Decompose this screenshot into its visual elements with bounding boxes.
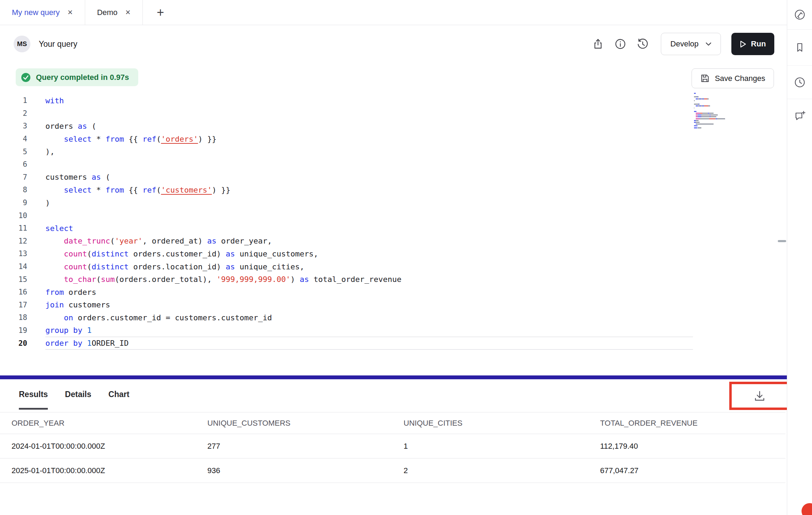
line-number: 8 [0,186,27,194]
code-line[interactable]: 3orders as ( [0,120,693,133]
table-cell[interactable]: 1 [392,442,589,451]
tab-chart[interactable]: Chart [109,379,130,410]
code-lines: 1with23orders as (4 select * from {{ ref… [0,94,693,350]
save-changes-label: Save Changes [715,74,765,83]
column-header: UNIQUE_CITIES [392,419,589,428]
results-tab-bar: Results Details Chart [0,379,787,410]
tab-label: Demo [97,8,118,17]
check-circle-icon [21,73,31,82]
tab-bar: My new query ✕ Demo ✕ + [0,0,787,25]
line-number: 16 [0,288,27,296]
bookmark-button[interactable] [787,30,812,66]
comment-plus-icon [794,110,806,122]
results-table: ORDER_YEAR UNIQUE_CUSTOMERS UNIQUE_CITIE… [0,412,785,483]
bookmark-icon [794,42,806,53]
code-line[interactable]: 6 [0,158,693,171]
line-number: 4 [0,135,27,143]
code-line[interactable]: 11select [0,222,693,235]
page-title: Your query [39,39,77,49]
code-line[interactable]: 19group by 1 [0,324,693,337]
column-header: UNIQUE_CUSTOMERS [196,419,392,428]
right-sidebar [787,0,812,515]
results-panel: Results Details Chart ORDER_YEAR UNIQUE_… [0,379,787,483]
line-number: 17 [0,301,27,309]
code-line[interactable]: 15 to_char(sum(orders.order_total), '999… [0,273,693,286]
table-cell[interactable]: 277 [196,442,392,451]
line-number: 2 [0,109,27,118]
tab-results[interactable]: Results [19,379,48,410]
play-icon [740,40,746,48]
code-line[interactable]: 17join customers [0,299,693,312]
download-results-button[interactable] [749,386,770,406]
new-tab-button[interactable]: + [147,0,174,25]
code-line[interactable]: 12 date_trunc('year', ordered_at) as ord… [0,235,693,248]
main-column: My new query ✕ Demo ✕ + MS Your query [0,0,787,515]
editor-scrollbar-thumb[interactable] [778,240,786,242]
save-icon [700,74,710,83]
column-header: TOTAL_ORDER_REVENUE [589,419,785,428]
column-header: ORDER_YEAR [0,419,196,428]
share-icon [592,38,604,50]
line-number: 10 [0,211,27,220]
code-line[interactable]: 13 count(distinct orders.customer_id) as… [0,247,693,260]
develop-dropdown[interactable]: Develop [661,33,721,55]
info-icon [614,38,626,50]
table-cell[interactable]: 936 [196,466,392,475]
code-line[interactable]: 9) [0,196,693,209]
tab-details[interactable]: Details [65,379,91,410]
editor-minimap[interactable] [694,93,730,129]
line-number: 12 [0,237,27,245]
line-number: 18 [0,313,27,322]
table-cell[interactable]: 112,179.40 [589,442,785,451]
line-number: 7 [0,173,27,181]
recording-dot [802,503,812,515]
table-cell[interactable]: 2025-01-01T00:00:00.000Z [0,466,196,475]
history-icon [794,76,806,88]
develop-label: Develop [670,39,699,48]
tab-my-new-query[interactable]: My new query ✕ [0,0,85,25]
table-cell[interactable]: 2024-01-01T00:00:00.000Z [0,442,196,451]
code-line[interactable]: 5), [0,145,693,158]
code-line[interactable]: 14 count(distinct orders.location_id) as… [0,260,693,273]
comment-button[interactable] [787,99,812,133]
sql-editor: Query completed in 0.97s Save Changes 1w… [0,63,787,375]
code-line[interactable]: 10 [0,209,693,222]
run-label: Run [751,39,766,48]
app-root: My new query ✕ Demo ✕ + MS Your query [0,0,812,515]
code-line[interactable]: 4 select * from {{ ref('orders') }} [0,133,693,145]
explore-button[interactable] [787,0,812,30]
line-number: 3 [0,122,27,130]
table-row[interactable]: 2025-01-01T00:00:00.000Z 936 2 677,047.2… [0,458,785,483]
close-tab-icon[interactable]: ✕ [125,9,131,16]
code-line[interactable]: 7customers as ( [0,171,693,184]
line-number: 14 [0,262,27,271]
code-line[interactable]: 1with [0,94,693,107]
code-line[interactable]: 20order by 1ORDER_ID [0,337,693,350]
line-number: 1 [0,96,27,105]
query-history-button[interactable] [634,36,651,52]
code-line[interactable]: 16from orders [0,286,693,299]
code-line[interactable]: 2 [0,107,693,120]
run-button[interactable]: Run [731,33,774,55]
line-number: 9 [0,199,27,207]
download-icon [753,389,766,403]
line-number: 20 [0,339,27,348]
code-line[interactable]: 8 select * from {{ ref('customers') }} [0,184,693,196]
line-number: 19 [0,326,27,335]
table-cell[interactable]: 677,047.27 [589,466,785,475]
query-status-badge: Query completed in 0.97s [16,68,138,86]
code-line[interactable]: 18 on orders.customer_id = customers.cus… [0,311,693,324]
tab-demo[interactable]: Demo ✕ [85,0,143,25]
table-cell[interactable]: 2 [392,466,589,475]
share-button[interactable] [590,36,606,52]
history-button[interactable] [787,66,812,99]
table-row[interactable]: 2024-01-01T00:00:00.000Z 277 1 112,179.4… [0,434,785,458]
tab-label: My new query [12,8,60,17]
close-tab-icon[interactable]: ✕ [67,9,73,16]
save-changes-button[interactable]: Save Changes [692,68,774,88]
info-button[interactable] [612,36,629,52]
avatar[interactable]: MS [14,36,30,52]
line-number: 6 [0,160,27,169]
panel-divider-handle[interactable] [0,375,787,379]
download-button-highlight [729,382,790,410]
